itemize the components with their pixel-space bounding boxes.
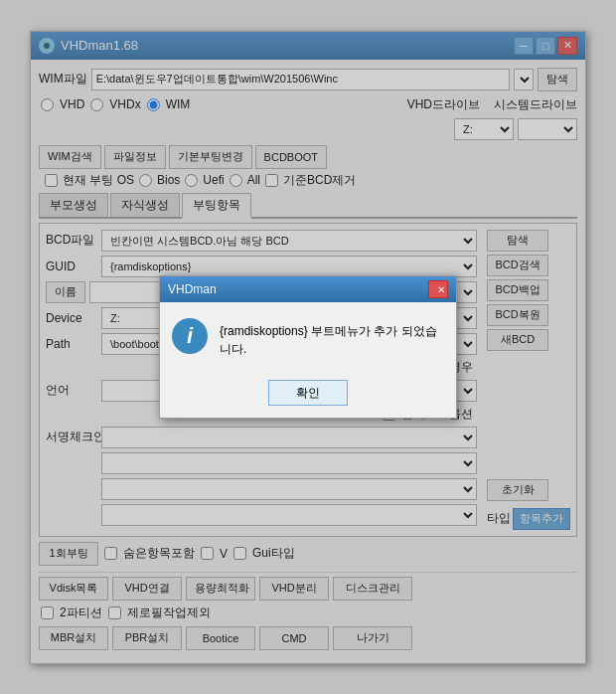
dialog-body: i {ramdiskoptions} 부트메뉴가 추가 되었습니다. (160, 302, 456, 374)
main-window: VHDman1.68 ─ □ ✕ WIM파일 탐색 VHD VHDx WIM V… (30, 31, 586, 664)
dialog-overlay: VHDman ✕ i {ramdiskoptions} 부트메뉴가 추가 되었습… (31, 32, 585, 663)
dialog-close-button[interactable]: ✕ (428, 280, 448, 298)
dialog: VHDman ✕ i {ramdiskoptions} 부트메뉴가 추가 되었습… (159, 275, 457, 419)
dialog-title-bar: VHDman ✕ (160, 276, 456, 302)
dialog-footer: 확인 (160, 374, 456, 418)
dialog-info-icon: i (172, 318, 208, 354)
dialog-message: {ramdiskoptions} 부트메뉴가 추가 되었습니다. (220, 318, 444, 358)
dialog-title-text: VHDman (168, 282, 217, 296)
dialog-ok-button[interactable]: 확인 (268, 380, 348, 406)
